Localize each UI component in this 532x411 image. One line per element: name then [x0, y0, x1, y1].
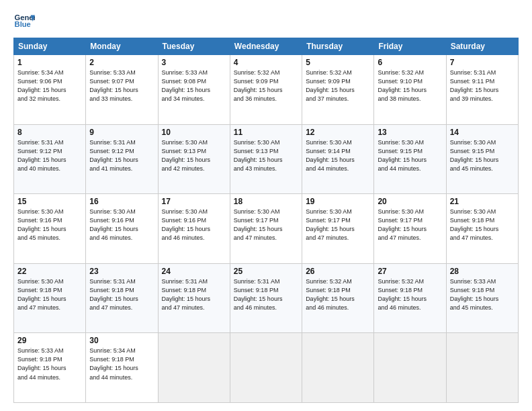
- day-info: Sunrise: 5:30 AM Sunset: 9:14 PM Dayligh…: [306, 138, 370, 173]
- calendar-cell: 11Sunrise: 5:30 AM Sunset: 9:13 PM Dayli…: [230, 124, 302, 194]
- calendar-cell: 28Sunrise: 5:33 AM Sunset: 9:18 PM Dayli…: [446, 263, 518, 333]
- day-number: 27: [378, 267, 442, 276]
- logo-icon: General Blue: [13, 11, 35, 32]
- calendar-cell: 7Sunrise: 5:31 AM Sunset: 9:11 PM Daylig…: [446, 55, 518, 125]
- day-number: 20: [378, 197, 442, 206]
- day-info: Sunrise: 5:30 AM Sunset: 9:16 PM Dayligh…: [89, 208, 154, 242]
- calendar-cell: [158, 333, 230, 403]
- day-info: Sunrise: 5:30 AM Sunset: 9:17 PM Dayligh…: [234, 208, 298, 242]
- day-info: Sunrise: 5:31 AM Sunset: 9:11 PM Dayligh…: [450, 68, 515, 103]
- day-number: 30: [89, 336, 154, 345]
- day-number: 23: [89, 267, 154, 276]
- day-number: 3: [162, 58, 226, 67]
- column-header-wednesday: Wednesday: [230, 38, 302, 55]
- calendar-cell: 2Sunrise: 5:33 AM Sunset: 9:07 PM Daylig…: [86, 55, 158, 125]
- day-info: Sunrise: 5:33 AM Sunset: 9:07 PM Dayligh…: [89, 68, 154, 103]
- calendar-cell: 17Sunrise: 5:30 AM Sunset: 9:16 PM Dayli…: [158, 194, 230, 264]
- calendar-cell: [374, 333, 446, 403]
- day-info: Sunrise: 5:32 AM Sunset: 9:10 PM Dayligh…: [378, 68, 442, 103]
- calendar-cell: 20Sunrise: 5:30 AM Sunset: 9:17 PM Dayli…: [374, 194, 446, 264]
- day-info: Sunrise: 5:30 AM Sunset: 9:16 PM Dayligh…: [162, 208, 226, 242]
- svg-text:Blue: Blue: [15, 20, 31, 28]
- day-info: Sunrise: 5:30 AM Sunset: 9:16 PM Dayligh…: [17, 208, 82, 242]
- calendar-cell: 19Sunrise: 5:30 AM Sunset: 9:17 PM Dayli…: [302, 194, 374, 264]
- day-info: Sunrise: 5:32 AM Sunset: 9:09 PM Dayligh…: [306, 68, 370, 103]
- day-number: 14: [450, 128, 515, 137]
- calendar-cell: 25Sunrise: 5:31 AM Sunset: 9:18 PM Dayli…: [230, 263, 302, 333]
- calendar-cell: [446, 333, 518, 403]
- day-number: 13: [378, 128, 442, 137]
- calendar-cell: 10Sunrise: 5:30 AM Sunset: 9:13 PM Dayli…: [158, 124, 230, 194]
- day-number: 26: [306, 267, 370, 276]
- day-info: Sunrise: 5:31 AM Sunset: 9:18 PM Dayligh…: [234, 277, 298, 312]
- day-info: Sunrise: 5:30 AM Sunset: 9:15 PM Dayligh…: [450, 138, 515, 173]
- day-info: Sunrise: 5:34 AM Sunset: 9:18 PM Dayligh…: [89, 347, 154, 381]
- column-header-tuesday: Tuesday: [158, 38, 230, 55]
- day-info: Sunrise: 5:32 AM Sunset: 9:09 PM Dayligh…: [234, 68, 298, 103]
- calendar-cell: 9Sunrise: 5:31 AM Sunset: 9:12 PM Daylig…: [86, 124, 158, 194]
- day-number: 25: [234, 267, 298, 276]
- calendar-cell: 14Sunrise: 5:30 AM Sunset: 9:15 PM Dayli…: [446, 124, 518, 194]
- day-info: Sunrise: 5:32 AM Sunset: 9:18 PM Dayligh…: [378, 277, 442, 312]
- column-header-friday: Friday: [374, 38, 446, 55]
- calendar-cell: 4Sunrise: 5:32 AM Sunset: 9:09 PM Daylig…: [230, 55, 302, 125]
- day-number: 6: [378, 58, 442, 67]
- day-number: 15: [17, 197, 82, 206]
- calendar-cell: 21Sunrise: 5:30 AM Sunset: 9:18 PM Dayli…: [446, 194, 518, 264]
- day-number: 29: [17, 336, 82, 345]
- column-header-monday: Monday: [86, 38, 158, 55]
- week-row-2: 8Sunrise: 5:31 AM Sunset: 9:12 PM Daylig…: [14, 124, 519, 194]
- day-number: 7: [450, 58, 515, 67]
- day-number: 28: [450, 267, 515, 276]
- calendar-cell: 12Sunrise: 5:30 AM Sunset: 9:14 PM Dayli…: [302, 124, 374, 194]
- calendar-cell: 26Sunrise: 5:32 AM Sunset: 9:18 PM Dayli…: [302, 263, 374, 333]
- calendar-table: SundayMondayTuesdayWednesdayThursdayFrid…: [13, 38, 519, 403]
- calendar-cell: 6Sunrise: 5:32 AM Sunset: 9:10 PM Daylig…: [374, 55, 446, 125]
- calendar-cell: 18Sunrise: 5:30 AM Sunset: 9:17 PM Dayli…: [230, 194, 302, 264]
- week-row-3: 15Sunrise: 5:30 AM Sunset: 9:16 PM Dayli…: [14, 194, 519, 264]
- day-info: Sunrise: 5:30 AM Sunset: 9:13 PM Dayligh…: [234, 138, 298, 173]
- day-info: Sunrise: 5:31 AM Sunset: 9:18 PM Dayligh…: [89, 277, 154, 312]
- day-info: Sunrise: 5:30 AM Sunset: 9:18 PM Dayligh…: [17, 277, 82, 312]
- day-info: Sunrise: 5:34 AM Sunset: 9:06 PM Dayligh…: [17, 68, 82, 103]
- calendar-cell: 30Sunrise: 5:34 AM Sunset: 9:18 PM Dayli…: [86, 333, 158, 403]
- day-number: 9: [89, 128, 154, 137]
- calendar-cell: 22Sunrise: 5:30 AM Sunset: 9:18 PM Dayli…: [14, 263, 86, 333]
- day-info: Sunrise: 5:33 AM Sunset: 9:18 PM Dayligh…: [17, 347, 82, 381]
- day-info: Sunrise: 5:33 AM Sunset: 9:18 PM Dayligh…: [450, 277, 515, 312]
- day-info: Sunrise: 5:33 AM Sunset: 9:08 PM Dayligh…: [162, 68, 226, 103]
- day-number: 18: [234, 197, 298, 206]
- week-row-5: 29Sunrise: 5:33 AM Sunset: 9:18 PM Dayli…: [14, 333, 519, 403]
- day-info: Sunrise: 5:32 AM Sunset: 9:18 PM Dayligh…: [306, 277, 370, 312]
- calendar-cell: 27Sunrise: 5:32 AM Sunset: 9:18 PM Dayli…: [374, 263, 446, 333]
- day-number: 12: [306, 128, 370, 137]
- calendar-cell: 1Sunrise: 5:34 AM Sunset: 9:06 PM Daylig…: [14, 55, 86, 125]
- day-number: 21: [450, 197, 515, 206]
- column-header-saturday: Saturday: [446, 38, 518, 55]
- calendar-cell: 5Sunrise: 5:32 AM Sunset: 9:09 PM Daylig…: [302, 55, 374, 125]
- calendar-cell: 13Sunrise: 5:30 AM Sunset: 9:15 PM Dayli…: [374, 124, 446, 194]
- day-number: 19: [306, 197, 370, 206]
- calendar-cell: [230, 333, 302, 403]
- calendar-header-row: SundayMondayTuesdayWednesdayThursdayFrid…: [14, 38, 519, 55]
- page: General Blue SundayMondayTuesdayWednesda…: [0, 0, 532, 411]
- day-number: 16: [89, 197, 154, 206]
- day-info: Sunrise: 5:30 AM Sunset: 9:17 PM Dayligh…: [306, 208, 370, 242]
- week-row-1: 1Sunrise: 5:34 AM Sunset: 9:06 PM Daylig…: [14, 55, 519, 125]
- calendar-cell: 3Sunrise: 5:33 AM Sunset: 9:08 PM Daylig…: [158, 55, 230, 125]
- day-info: Sunrise: 5:30 AM Sunset: 9:15 PM Dayligh…: [378, 138, 442, 173]
- column-header-sunday: Sunday: [14, 38, 86, 55]
- column-header-thursday: Thursday: [302, 38, 374, 55]
- day-info: Sunrise: 5:30 AM Sunset: 9:17 PM Dayligh…: [378, 208, 442, 242]
- calendar-cell: 23Sunrise: 5:31 AM Sunset: 9:18 PM Dayli…: [86, 263, 158, 333]
- header: General Blue: [13, 11, 519, 32]
- calendar-cell: 24Sunrise: 5:31 AM Sunset: 9:18 PM Dayli…: [158, 263, 230, 333]
- day-number: 5: [306, 58, 370, 67]
- calendar-cell: [302, 333, 374, 403]
- day-info: Sunrise: 5:31 AM Sunset: 9:18 PM Dayligh…: [162, 277, 226, 312]
- calendar-cell: 16Sunrise: 5:30 AM Sunset: 9:16 PM Dayli…: [86, 194, 158, 264]
- day-info: Sunrise: 5:30 AM Sunset: 9:18 PM Dayligh…: [450, 208, 515, 242]
- day-number: 17: [162, 197, 226, 206]
- calendar-cell: 8Sunrise: 5:31 AM Sunset: 9:12 PM Daylig…: [14, 124, 86, 194]
- day-info: Sunrise: 5:31 AM Sunset: 9:12 PM Dayligh…: [17, 138, 82, 173]
